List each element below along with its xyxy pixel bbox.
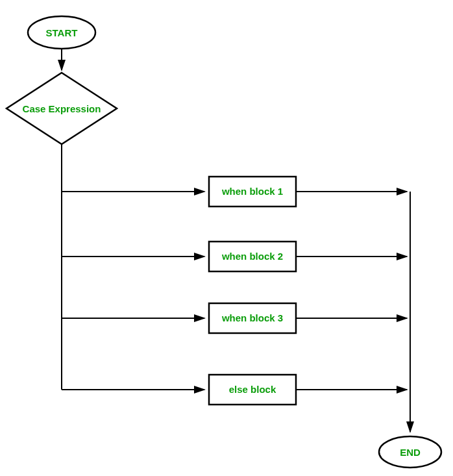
- end-label: END: [400, 447, 421, 458]
- when-block-2-label: when block 2: [221, 251, 283, 262]
- else-block-label: else block: [229, 384, 276, 395]
- decision-label: Case Expression: [23, 103, 101, 114]
- when-block-3-label: when block 3: [221, 312, 283, 323]
- start-label: START: [46, 27, 78, 38]
- when-block-1-label: when block 1: [221, 186, 283, 197]
